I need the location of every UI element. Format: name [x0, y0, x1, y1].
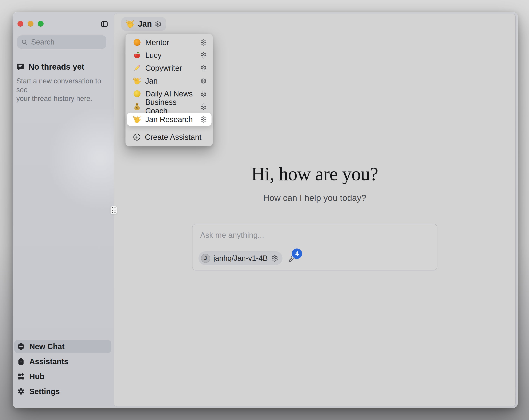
assistant-menu-item-jan-research[interactable]: Jan Research [126, 113, 213, 126]
gear-icon[interactable] [200, 90, 207, 97]
gear-icon[interactable] [200, 52, 207, 59]
gear-icon[interactable] [200, 116, 207, 123]
blocks-icon [17, 373, 25, 380]
greeting-subtitle: How can I help you today? [114, 193, 516, 203]
plus-circle-icon [133, 133, 141, 141]
sidebar-item-new-chat[interactable]: New Chat [14, 340, 111, 353]
empty-state-title: No threads yet [28, 62, 84, 72]
model-name: janhq/Jan-v1-4B [213, 254, 268, 262]
assistant-menu: Mentor Lucy Copywriter Jan Daily AI News… [125, 33, 213, 146]
sidebar-item-settings[interactable]: Settings [14, 385, 111, 398]
pencil-icon [133, 64, 141, 72]
plus-circle-icon [17, 343, 25, 350]
model-selector[interactable]: J janhq/Jan-v1-4B [198, 251, 283, 265]
assistant-menu-label: Lucy [145, 51, 196, 60]
empty-state-description-line2: your thread history here. [16, 94, 108, 103]
create-assistant-label: Create Assistant [145, 133, 201, 142]
sidebar-item-assistants[interactable]: Assistants [14, 355, 111, 368]
red-apple-icon [133, 51, 141, 59]
gear-icon[interactable] [200, 78, 207, 84]
assistant-menu-label: Mentor [145, 38, 196, 47]
gear-icon[interactable] [200, 103, 207, 110]
waving-hand-icon [133, 77, 141, 85]
assistant-menu-item-jan[interactable]: Jan [126, 74, 213, 87]
threads-empty-state: No threads yet Start a new conversation … [16, 62, 108, 103]
empty-state-description-line1: Start a new conversation to see [16, 77, 108, 94]
waving-hand-icon [126, 19, 135, 28]
sidebar-item-hub[interactable]: Hub [14, 370, 111, 383]
sidebar-item-label: Hub [29, 372, 44, 381]
assistant-menu-item-copywriter[interactable]: Copywriter [126, 62, 213, 74]
assistant-menu-label: Copywriter [145, 64, 196, 72]
composer[interactable]: J janhq/Jan-v1-4B 4 [192, 224, 437, 271]
window-controls [17, 21, 43, 27]
assistant-menu-item-business-coach[interactable]: Business Coach [126, 100, 213, 113]
minimize-button[interactable] [28, 21, 33, 27]
gear-icon[interactable] [271, 255, 278, 262]
menu-separator [129, 128, 210, 128]
sidebar-item-label: New Chat [29, 342, 65, 351]
sidebar-item-label: Settings [29, 387, 60, 396]
search-input[interactable] [31, 38, 103, 46]
tools-count-badge: 4 [292, 248, 302, 259]
bot-icon [17, 358, 25, 365]
search-input-wrapper[interactable] [17, 35, 106, 49]
assistant-menu-label: Jan Research [145, 115, 196, 124]
assistant-menu-item-mentor[interactable]: Mentor [126, 36, 213, 49]
assistant-menu-label: Jan [145, 77, 196, 85]
close-button[interactable] [17, 21, 23, 27]
yellow-circle-icon [133, 89, 141, 98]
message-input[interactable] [200, 230, 429, 244]
greeting-title: Hi, how are you? [114, 163, 516, 185]
search-icon [21, 39, 28, 46]
sidebar-resize-handle[interactable] [110, 206, 117, 214]
sidebar-toggle-icon[interactable] [101, 20, 108, 28]
waving-hand-icon [133, 115, 141, 124]
assistant-selector[interactable]: Jan [121, 17, 166, 31]
gear-icon[interactable] [200, 39, 207, 46]
money-bag-icon [133, 102, 141, 111]
gear-icon [17, 388, 25, 395]
sidebar-item-label: Assistants [29, 357, 68, 366]
assistant-menu-label: Daily AI News [145, 89, 196, 98]
gear-icon[interactable] [200, 65, 207, 72]
assistant-menu-item-lucy[interactable]: Lucy [126, 49, 213, 62]
create-assistant-button[interactable]: Create Assistant [126, 131, 213, 144]
greeting: Hi, how are you? How can I help you toda… [114, 163, 516, 203]
main-header: Jan [114, 14, 516, 34]
assistant-menu-label: Business Coach [145, 98, 196, 115]
gear-icon[interactable] [155, 20, 162, 27]
sidebar-nav: New Chat Assistants Hub Settings [14, 340, 111, 398]
model-avatar: J [201, 254, 210, 263]
assistant-selector-label: Jan [138, 19, 152, 28]
tools-button[interactable]: 4 [288, 254, 297, 263]
zoom-button[interactable] [38, 21, 43, 27]
message-square-icon [16, 63, 25, 71]
app-window: No threads yet Start a new conversation … [13, 12, 518, 408]
orange-circle-icon [133, 38, 141, 47]
